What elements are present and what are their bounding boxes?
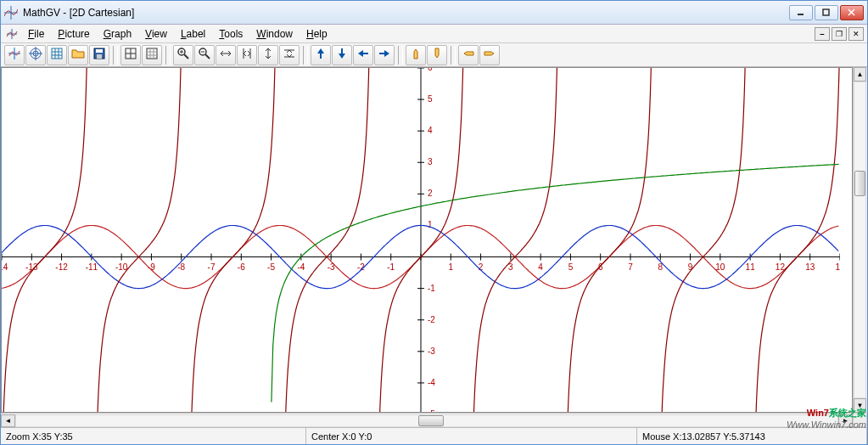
svg-text:-14: -14 [2, 262, 8, 272]
arrow-left-icon [356, 47, 370, 63]
svg-text:1: 1 [449, 262, 454, 272]
fit-vert-button[interactable] [279, 45, 300, 65]
svg-text:-2: -2 [428, 315, 435, 324]
hand-right-icon [483, 47, 496, 63]
scroll-down-button[interactable]: ▼ [854, 398, 866, 413]
open-icon [71, 47, 85, 63]
fit-height-button[interactable] [258, 45, 278, 65]
svg-text:-6: -6 [238, 262, 245, 272]
svg-text:-4: -4 [297, 262, 305, 272]
svg-text:4: 4 [428, 126, 433, 135]
grid-window-icon [50, 47, 64, 63]
fit-vert-icon [283, 47, 296, 63]
zoom-out-icon [198, 47, 211, 63]
scrollbar-horizontal[interactable]: ◄ ► [1, 413, 853, 427]
hand-up-button[interactable] [406, 45, 426, 65]
svg-text:-3: -3 [328, 262, 335, 272]
scroll-v-thumb[interactable] [854, 171, 865, 196]
menu-graph[interactable]: Graph [97, 26, 138, 42]
target-button[interactable] [25, 45, 46, 65]
grid-off-icon [145, 47, 159, 63]
toolbar-separator [398, 46, 403, 65]
axes-icon [8, 47, 21, 63]
svg-text:14: 14 [835, 262, 840, 272]
svg-rect-25 [147, 48, 157, 59]
arrow-down-button[interactable] [332, 45, 352, 65]
arrow-up-button[interactable] [311, 45, 331, 65]
zoom-in-button[interactable] [173, 45, 193, 65]
scrollbar-vertical[interactable]: ▲ ▼ [853, 67, 867, 413]
svg-text:5: 5 [428, 94, 433, 104]
svg-text:-8: -8 [177, 262, 185, 272]
scroll-left-button[interactable]: ◄ [1, 414, 15, 427]
scroll-h-thumb[interactable] [418, 415, 444, 426]
grid-window-button[interactable] [47, 45, 67, 65]
hand-right-button[interactable] [479, 45, 500, 65]
app-icon [4, 6, 18, 20]
menu-view[interactable]: View [138, 26, 174, 42]
doc-icon [4, 27, 20, 41]
toolbar-separator [303, 46, 308, 65]
save-icon [92, 47, 106, 63]
menu-window[interactable]: Window [249, 26, 300, 42]
svg-rect-14 [52, 48, 62, 59]
status-mouse: Mouse X:13.02857 Y:5.37143 [637, 428, 867, 444]
open-button[interactable] [68, 45, 88, 65]
hand-down-button[interactable] [427, 45, 447, 65]
maximize-button[interactable] [815, 5, 838, 20]
scroll-right-button[interactable]: ► [838, 414, 853, 427]
fit-width-button[interactable] [216, 45, 236, 65]
menu-help[interactable]: Help [300, 26, 334, 42]
svg-text:4: 4 [538, 262, 543, 272]
menu-tools[interactable]: Tools [212, 26, 249, 42]
save-button[interactable] [89, 45, 109, 65]
target-icon [29, 47, 42, 63]
app-window: MathGV - [2D Cartesian] FilePictureGraph… [0, 0, 868, 445]
menu-label[interactable]: Label [174, 26, 212, 42]
hand-down-icon [430, 47, 444, 63]
menubar: FilePictureGraphViewLabelToolsWindowHelp… [1, 25, 867, 43]
fit-height-icon [261, 47, 275, 63]
svg-text:1: 1 [428, 220, 433, 229]
arrow-down-icon [335, 47, 349, 63]
svg-text:7: 7 [628, 262, 633, 272]
minimize-button[interactable] [789, 5, 813, 20]
svg-text:-5: -5 [267, 262, 275, 272]
mdi-minimize-button[interactable]: ‒ [815, 27, 830, 41]
svg-text:-7: -7 [208, 262, 216, 272]
grid-on-button[interactable] [120, 45, 141, 65]
menu-picture[interactable]: Picture [51, 26, 96, 42]
scroll-up-button[interactable]: ▲ [854, 67, 866, 82]
toolbar-separator [113, 46, 118, 65]
statusbar: Zoom X:35 Y:35 Center X:0 Y:0 Mouse X:13… [1, 427, 867, 444]
scroll-h-track[interactable] [15, 414, 838, 427]
svg-text:-10: -10 [115, 262, 128, 272]
svg-text:-1: -1 [387, 262, 395, 272]
svg-line-35 [205, 54, 210, 59]
fit-page-button[interactable] [237, 45, 257, 65]
menu-file[interactable]: File [21, 26, 51, 42]
plot-area[interactable]: -14-13-12-11-10-9-8-7-6-5-4-3-2-11234567… [1, 67, 853, 413]
mdi-close-button[interactable]: ✕ [848, 27, 864, 41]
toolbar-separator [165, 46, 171, 65]
status-zoom: Zoom X:35 Y:35 [1, 428, 306, 444]
svg-text:9: 9 [688, 262, 693, 272]
grid-off-button[interactable] [142, 45, 162, 65]
svg-rect-21 [97, 54, 102, 59]
svg-text:-12: -12 [55, 262, 68, 272]
scroll-corner [853, 413, 867, 427]
close-button[interactable] [840, 5, 864, 20]
status-center: Center X:0 Y:0 [306, 428, 637, 444]
svg-text:10: 10 [715, 262, 725, 272]
toolbar [1, 43, 867, 67]
zoom-out-button[interactable] [194, 45, 215, 65]
zoom-in-icon [176, 47, 190, 63]
arrow-left-button[interactable] [353, 45, 373, 65]
arrow-right-button[interactable] [374, 45, 395, 65]
hand-left-button[interactable] [458, 45, 479, 65]
mdi-restore-button[interactable]: ❐ [832, 27, 847, 41]
axes-button[interactable] [4, 45, 25, 65]
svg-text:-5: -5 [428, 409, 435, 413]
fit-page-icon [240, 47, 254, 63]
scroll-v-track[interactable] [854, 82, 866, 398]
